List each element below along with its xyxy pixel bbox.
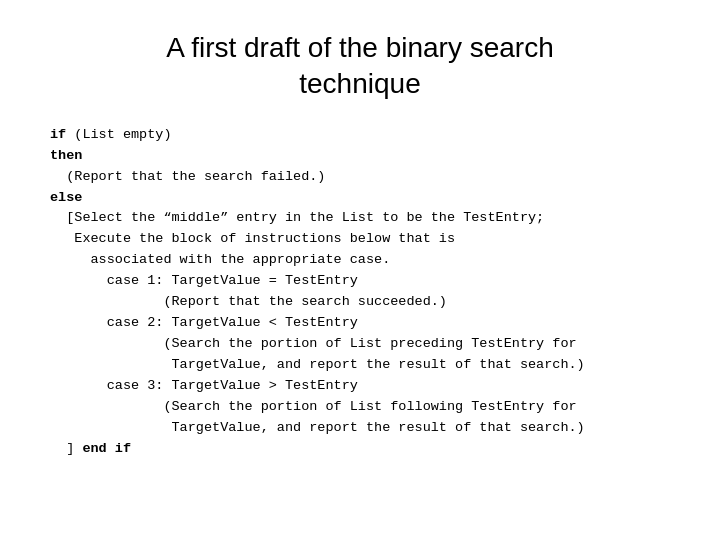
code-line-9: (Report that the search succeeded.) <box>50 292 680 313</box>
code-line-1: if (List empty) <box>50 125 680 146</box>
code-line-12: TargetValue, and report the result of th… <box>50 355 680 376</box>
code-line-13: case 3: TargetValue > TestEntry <box>50 376 680 397</box>
title-line2: technique <box>299 68 420 99</box>
code-line-16: ] end if <box>50 439 680 460</box>
code-line-7: associated with the appropriate case. <box>50 250 680 271</box>
code-line-5: [Select the “middle” entry in the List t… <box>50 208 680 229</box>
code-line-14: (Search the portion of List following Te… <box>50 397 680 418</box>
code-line-15: TargetValue, and report the result of th… <box>50 418 680 439</box>
page-title: A first draft of the binary search techn… <box>166 30 554 103</box>
code-line-6: Execute the block of instructions below … <box>50 229 680 250</box>
code-line-11: (Search the portion of List preceding Te… <box>50 334 680 355</box>
code-block: if (List empty) then (Report that the se… <box>40 125 680 460</box>
title-line1: A first draft of the binary search <box>166 32 554 63</box>
code-line-10: case 2: TargetValue < TestEntry <box>50 313 680 334</box>
page-container: A first draft of the binary search techn… <box>0 0 720 540</box>
code-line-8: case 1: TargetValue = TestEntry <box>50 271 680 292</box>
code-line-3: (Report that the search failed.) <box>50 167 680 188</box>
code-line-4: else <box>50 188 680 209</box>
code-line-2: then <box>50 146 680 167</box>
